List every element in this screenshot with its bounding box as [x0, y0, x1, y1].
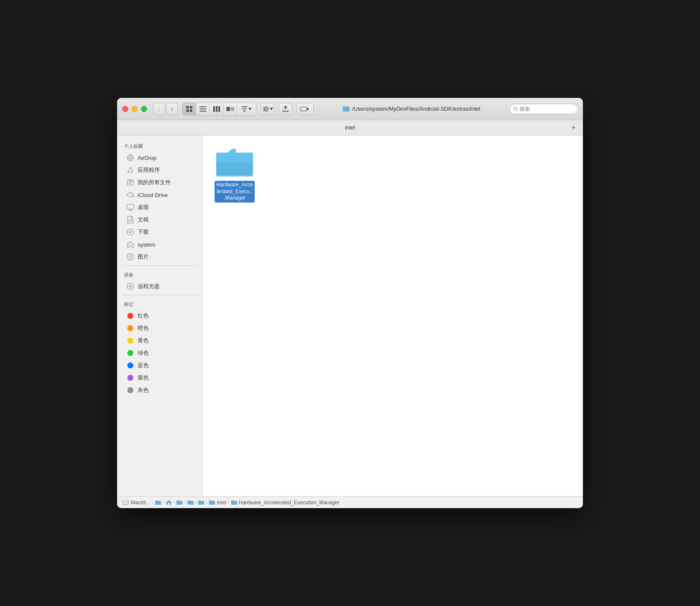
sort-dropdown-button[interactable] — [237, 103, 256, 115]
tag-orange-icon — [126, 324, 134, 332]
allfiles-icon — [126, 179, 134, 186]
sidebar: 个人收藏 AirDrop 应用 — [117, 135, 203, 496]
tag-green-icon — [126, 349, 134, 357]
minimize-button[interactable] — [132, 106, 138, 112]
path-folder-icon — [343, 106, 350, 112]
sidebar-item-tag-gray[interactable]: 灰色 — [120, 384, 200, 396]
sidebar-item-tag-red[interactable]: 红色 — [120, 310, 200, 322]
gear-action-button[interactable] — [261, 103, 274, 115]
sidebar-item-photos[interactable]: 图片 — [120, 251, 200, 263]
tag-red-icon — [126, 312, 134, 320]
tag-purple-icon — [126, 374, 134, 382]
maximize-button[interactable] — [141, 106, 147, 112]
folder-intel-icon — [209, 500, 215, 505]
sidebar-item-downloads[interactable]: 下载 — [120, 226, 200, 238]
folder-small-icon — [155, 500, 161, 505]
desktop-icon — [126, 203, 134, 211]
titlebar: ‹ › — [117, 98, 583, 120]
downloads-icon — [126, 228, 134, 236]
share-button[interactable] — [279, 103, 292, 115]
breadcrumb-sep-4: › — [184, 500, 185, 505]
search-icon — [513, 106, 518, 112]
search-box[interactable] — [509, 104, 578, 114]
sidebar-item-tag-gray-label: 灰色 — [138, 386, 149, 394]
forward-button[interactable]: › — [166, 103, 178, 115]
tab-label: intel — [345, 124, 355, 131]
sidebar-item-documents-label: 文稿 — [138, 216, 149, 224]
breadcrumb-sep-1: › — [152, 500, 153, 505]
svg-rect-5 — [200, 109, 206, 109]
tabbar: intel + — [117, 120, 583, 135]
folder-hardware-icon — [231, 500, 237, 505]
airdrop-icon — [126, 154, 134, 162]
sidebar-item-documents[interactable]: 文稿 — [120, 214, 200, 226]
sidebar-divider-2 — [122, 295, 197, 295]
devices-header: 设备 — [117, 268, 202, 280]
sidebar-item-photos-label: 图片 — [138, 253, 149, 261]
breadcrumb-folder1[interactable] — [155, 500, 161, 505]
folder-icon — [216, 148, 253, 177]
svg-rect-3 — [190, 109, 192, 112]
breadcrumb-hardware[interactable]: Hardware_Accelerated_Execution_Manager — [231, 500, 339, 506]
svg-rect-13 — [242, 109, 247, 109]
svg-rect-8 — [216, 106, 218, 112]
add-tab-button[interactable]: + — [569, 124, 578, 132]
nav-buttons: ‹ › — [153, 103, 178, 115]
svg-rect-12 — [241, 106, 247, 107]
sidebar-item-system[interactable]: system — [120, 238, 200, 250]
svg-rect-2 — [186, 109, 189, 112]
view-switcher — [182, 103, 256, 115]
sidebar-item-tag-orange-label: 橙色 — [138, 324, 149, 332]
sidebar-item-tag-purple[interactable]: 紫色 — [120, 372, 200, 384]
breadcrumb-hardware-label: Hardware_Accelerated_Execution_Manager — [239, 500, 339, 506]
breadcrumb-folder3[interactable] — [188, 500, 194, 505]
sidebar-item-tag-blue[interactable]: 蓝色 — [120, 359, 200, 371]
sidebar-item-tag-orange[interactable]: 橙色 — [120, 322, 200, 334]
sidebar-item-airdrop[interactable]: AirDrop — [120, 152, 200, 164]
breadcrumb-sep-7: › — [228, 500, 229, 505]
breadcrumb-intel[interactable]: intel — [209, 500, 226, 506]
sidebar-item-apps[interactable]: 应用程序 — [120, 164, 200, 176]
breadcrumb-sep-6: › — [206, 500, 207, 505]
svg-rect-14 — [243, 111, 246, 112]
close-button[interactable] — [122, 106, 128, 112]
list-view-button[interactable] — [196, 103, 210, 115]
svg-point-17 — [514, 107, 517, 110]
svg-rect-16 — [300, 107, 307, 111]
column-view-button[interactable] — [210, 103, 224, 115]
sidebar-item-tag-blue-label: 蓝色 — [138, 362, 149, 369]
sidebar-divider-1 — [122, 265, 197, 266]
file-area: Hardware_Accelerated_Execu...Manager — [203, 135, 583, 496]
svg-point-31 — [129, 256, 132, 258]
file-item-hardware-accel[interactable]: Hardware_Accelerated_Execu...Manager — [211, 144, 258, 206]
sidebar-item-icloud[interactable]: iCloud Drive — [120, 189, 200, 201]
cover-view-button[interactable] — [224, 103, 237, 115]
tag-button[interactable] — [297, 103, 314, 115]
breadcrumb-hd[interactable]: Macint... — [122, 500, 150, 506]
sidebar-item-tag-green[interactable]: 绿色 — [120, 347, 200, 359]
svg-rect-24 — [127, 204, 134, 209]
back-button[interactable]: ‹ — [153, 103, 165, 115]
svg-rect-7 — [213, 106, 215, 112]
breadcrumb-intel-label: intel — [217, 500, 226, 506]
folder-small-icon-3 — [188, 500, 194, 505]
breadcrumb-bar: Macint... › › › › › — [117, 496, 583, 508]
sidebar-item-desktop[interactable]: 桌面 — [120, 201, 200, 213]
sidebar-item-tag-yellow-label: 黄色 — [138, 337, 149, 344]
svg-rect-0 — [186, 106, 189, 109]
breadcrumb-folder4[interactable] — [198, 500, 204, 505]
search-input[interactable] — [520, 106, 574, 112]
file-label-hardware-accel: Hardware_Accelerated_Execu...Manager — [215, 181, 255, 203]
svg-point-19 — [129, 156, 132, 159]
sidebar-item-allfiles[interactable]: 我的所有文件 — [120, 177, 200, 188]
apps-icon — [126, 166, 134, 174]
breadcrumb-home[interactable] — [166, 500, 172, 505]
hd-icon — [122, 500, 129, 505]
sidebar-item-tag-yellow[interactable]: 黄色 — [120, 335, 200, 347]
sidebar-item-tag-purple-label: 紫色 — [138, 374, 149, 382]
breadcrumb-sep-5: › — [195, 500, 197, 505]
svg-rect-11 — [231, 107, 234, 111]
icon-view-button[interactable] — [182, 103, 196, 115]
sidebar-item-optical[interactable]: 远程光盘 — [120, 280, 200, 292]
breadcrumb-folder2[interactable] — [176, 500, 182, 505]
